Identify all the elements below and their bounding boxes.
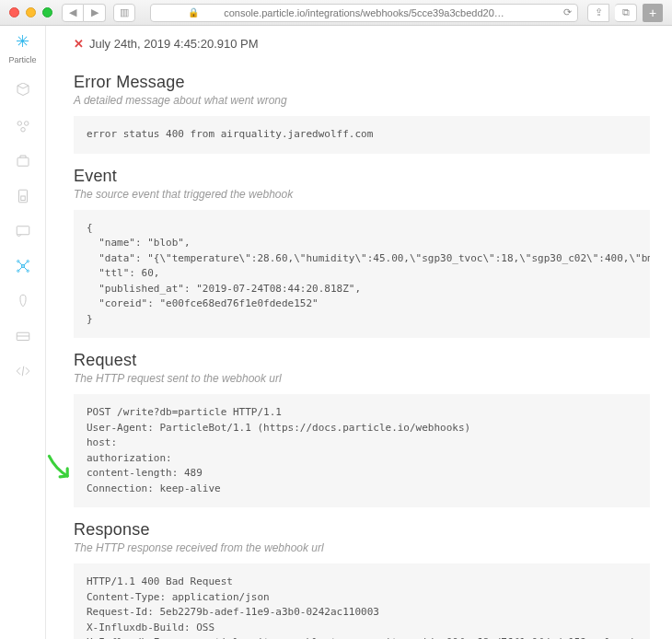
brand-logo-icon[interactable]: ✳︎ (16, 33, 29, 50)
svg-rect-3 (17, 157, 29, 166)
code-icon[interactable] (15, 363, 31, 379)
event-section-title: Event (74, 167, 650, 186)
auth-icon[interactable] (15, 293, 31, 309)
main-content[interactable]: ✕ July 24th, 2019 4:45:20.910 PM Error M… (46, 26, 672, 639)
reload-icon[interactable]: ⟳ (563, 6, 572, 18)
event-body: { "name": "blob", "data": "{\"temperatur… (74, 210, 650, 339)
billing-icon[interactable] (15, 223, 31, 239)
forward-button[interactable]: ▶ (84, 4, 106, 22)
event-section-subtitle: The source event that triggered the webh… (74, 188, 650, 201)
request-section-subtitle: The HTTP request sent to the webhook url (74, 372, 650, 385)
error-section-subtitle: A detailed message about what went wrong (74, 94, 650, 107)
back-button[interactable]: ◀ (62, 4, 84, 22)
minimize-window-icon[interactable] (26, 7, 36, 17)
window-titlebar: ◀ ▶ ▥ 🔒 console.particle.io/integrations… (0, 0, 672, 26)
brand-label: Particle (8, 55, 36, 64)
response-section-title: Response (74, 520, 650, 540)
integrations-icon[interactable] (15, 258, 31, 274)
new-tab-button[interactable]: + (643, 4, 663, 22)
tabs-button[interactable]: ⧉ (615, 4, 637, 22)
zoom-window-icon[interactable] (42, 7, 52, 17)
traffic-lights (9, 7, 52, 17)
request-section-title: Request (74, 351, 650, 370)
sim-icon[interactable] (15, 188, 31, 204)
sidebar-toggle-button[interactable]: ▥ (113, 4, 135, 22)
svg-rect-6 (17, 227, 29, 235)
url-text: console.particle.io/integrations/webhook… (224, 7, 504, 18)
request-body: POST /write?db=particle HTTP/1.1 User-Ag… (74, 394, 650, 507)
nav-back-forward: ◀ ▶ (62, 4, 106, 22)
devices-icon[interactable] (15, 83, 31, 99)
svg-point-1 (24, 122, 29, 126)
close-window-icon[interactable] (9, 7, 19, 17)
storage-icon[interactable] (15, 328, 31, 344)
share-button[interactable]: ⇪ (587, 4, 609, 22)
address-bar[interactable]: 🔒 console.particle.io/integrations/webho… (150, 4, 578, 22)
app-sidebar: ✳︎ Particle (0, 26, 46, 639)
products-icon[interactable] (15, 118, 31, 134)
lock-icon: 🔒 (188, 7, 199, 17)
error-body: error status 400 from airquality.jaredwo… (74, 116, 650, 154)
log-timestamp: July 24th, 2019 4:45:20.910 PM (89, 37, 259, 51)
response-body: HTTP/1.1 400 Bad Request Content-Type: a… (74, 563, 650, 639)
svg-rect-5 (20, 196, 25, 201)
error-status-icon: ✕ (74, 37, 84, 51)
log-timestamp-row: ✕ July 24th, 2019 4:45:20.910 PM (74, 33, 650, 60)
events-icon[interactable] (15, 153, 31, 169)
svg-point-0 (17, 122, 22, 126)
response-section-subtitle: The HTTP response received from the webh… (74, 541, 650, 554)
error-section-title: Error Message (74, 73, 650, 92)
svg-point-2 (20, 128, 25, 133)
